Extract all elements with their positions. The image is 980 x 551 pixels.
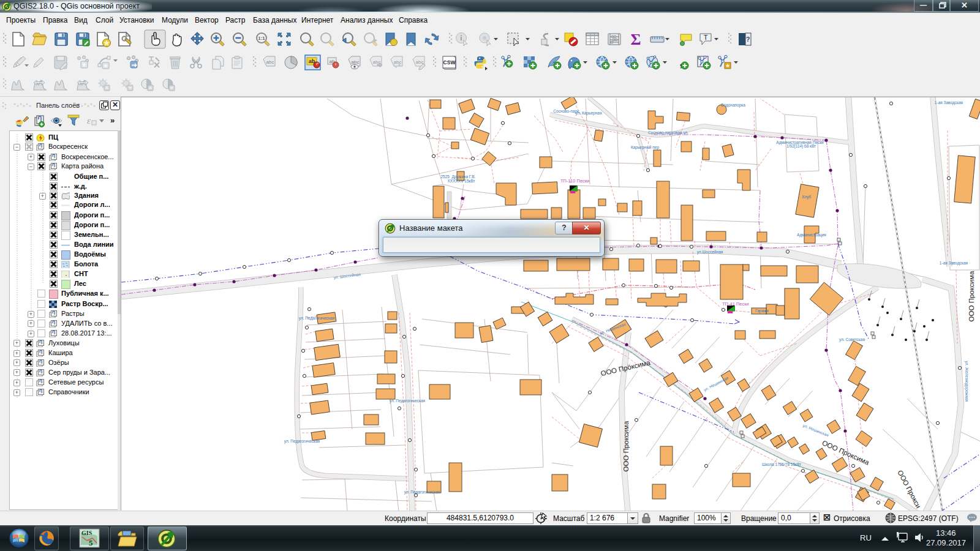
svg-text:CSW: CSW — [443, 59, 456, 66]
svg-text:1-ая Заводская: 1-ая Заводская — [935, 100, 963, 105]
svg-text:Клуб: Клуб — [802, 195, 812, 200]
svg-text:Сосново-парковая ул.: Сосново-парковая ул. — [648, 130, 688, 135]
svg-text:5: 5 — [89, 538, 93, 547]
svg-text:ул. Железнодорожная: ул. Железнодорожная — [964, 361, 969, 402]
svg-text:ул. Педагогическая: ул. Педагогическая — [299, 316, 335, 321]
svg-text:Карьерный пер: Карьерный пер — [631, 145, 659, 150]
svg-text:GIS: GIS — [81, 530, 92, 536]
svg-text:ул.Шоссейная: ул.Шоссейная — [697, 250, 723, 255]
svg-text:Администрация: Администрация — [797, 233, 826, 238]
svg-text:Гаражи: Гаражи — [755, 309, 769, 313]
svg-text:ул. Педагогическая: ул. Педагогическая — [284, 439, 320, 444]
svg-text:ООО Проксима: ООО Проксима — [968, 271, 975, 321]
svg-text:XXXXXV 15кВт: XXXXXV 15кВт — [448, 179, 475, 183]
svg-text:Водонапорка: Водонапорка — [721, 103, 745, 108]
svg-text:T: T — [704, 34, 708, 41]
svg-text:ТП-110 Пески: ТП-110 Пески — [560, 178, 589, 184]
svg-text:1/92(114) 68 кВт: 1/92(114) 68 кВт — [786, 144, 816, 149]
svg-text:ул. Нешинская: ул. Нешинская — [802, 423, 830, 438]
svg-text:?: ? — [746, 36, 750, 43]
svg-text:1:1: 1:1 — [258, 36, 265, 41]
svg-text:Σ: Σ — [631, 31, 641, 48]
svg-text:Школа 1786/78 15кВт: Школа 1786/78 15кВт — [762, 462, 801, 467]
svg-text:»: » — [110, 116, 115, 125]
svg-text:ул. Нешинская: ул. Нешинская — [703, 375, 729, 392]
svg-text:ул. Карьерная: ул. Карьерная — [576, 111, 602, 116]
svg-text:1-ая Заводская: 1-ая Заводская — [940, 261, 968, 266]
svg-text:ε: ε — [87, 116, 91, 126]
svg-text:ООО Проксима: ООО Проксима — [622, 421, 630, 471]
svg-text:ул. Советская: ул. Советская — [839, 337, 865, 342]
svg-text:ул. Педагогическая: ул. Педагогическая — [404, 490, 440, 495]
svg-text:ТП-41 Пески: ТП-41 Пески — [722, 301, 749, 307]
svg-text:ул. Педагогическая: ул. Педагогическая — [390, 399, 426, 403]
